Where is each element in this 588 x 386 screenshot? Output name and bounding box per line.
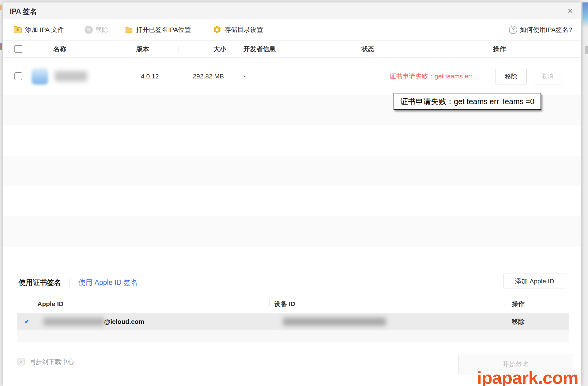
toolbar: 添加 IPA 文件 ✕ 移除 打开已签名IPA位置 存储目录设置 [3,19,581,40]
selected-check-icon: ✔ [24,318,29,325]
watermark: ipapark.com [477,367,578,386]
header-name: 名称 [25,41,130,57]
row-checkbox[interactable] [14,72,22,80]
storage-settings-button[interactable]: 存储目录设置 [213,19,263,40]
help-label: 如何使用IPA签名? [520,25,572,34]
empty-row-stripe [3,247,581,268]
empty-row-stripe [3,156,581,186]
open-signed-location-button[interactable]: 打开已签名IPA位置 [125,19,191,40]
close-button[interactable]: ✕ [565,6,576,17]
dialog-titlebar: IPA 签名 ✕ [3,2,581,19]
folder-icon [125,25,133,34]
tab-apple-id-sign[interactable]: 使用 Apple ID 签名 [78,278,138,287]
sync-checkbox[interactable]: ✔ [17,358,25,365]
ipa-table-header: 名称 版本 大小 开发者信息 状态 操作 [3,40,581,58]
status-tooltip-text: 证书申请失败：get teams err Teams =0 [400,96,534,107]
empty-row-stripe [3,125,581,156]
table-row: 4.0.12 292.82 MB - 证书申请失败：get teams err.… [3,58,581,95]
header-apple-action: 操作 [504,294,569,313]
select-all-checkbox[interactable] [14,45,22,53]
empty-row-stripe [3,186,581,216]
row-developer: - [230,58,346,95]
ipa-sign-dialog: IPA 签名 ✕ 添加 IPA 文件 ✕ 移除 [3,2,581,386]
add-apple-id-button[interactable]: 添加 Apple ID [503,274,566,289]
app-name-redacted [55,71,87,81]
device-id-redacted [283,318,386,326]
header-version: 版本 [130,41,179,57]
help-link[interactable]: ? 如何使用IPA签名? [509,19,572,40]
question-icon: ? [509,26,517,34]
sign-tabs: 使用证书签名 使用 Apple ID 签名 [19,278,138,287]
row-cancel-button[interactable]: 取消 [532,68,563,85]
apple-id-empty-stripe [17,330,569,342]
sync-option: ✔ 同步到下载中心 [17,358,74,366]
tab-certificate-sign[interactable]: 使用证书签名 [19,278,61,287]
apple-id-table: Apple ID 设备 ID 操作 ✔ @icloud.com 移除 [17,294,569,350]
apple-id-remove-link[interactable]: 移除 [512,317,525,326]
header-size: 大小 [179,41,230,57]
header-status: 状态 [346,41,479,57]
status-tooltip: 证书申请失败：get teams err Teams =0 [394,93,541,110]
apple-id-row[interactable]: ✔ @icloud.com 移除 [17,314,569,330]
add-ipa-button[interactable]: 添加 IPA 文件 [13,19,64,40]
background-edge-right-2 [585,46,588,54]
storage-settings-label: 存储目录设置 [224,25,263,34]
open-signed-location-label: 打开已签名IPA位置 [136,25,191,34]
apple-id-table-header: Apple ID 设备 ID 操作 [17,294,569,314]
remove-label: 移除 [96,25,108,34]
dialog-title: IPA 签名 [10,7,37,16]
header-device-id: 设备 ID [270,294,504,313]
gear-icon [213,25,222,34]
remove-button[interactable]: ✕ 移除 [85,19,108,40]
app-icon [32,68,48,85]
add-ipa-label: 添加 IPA 文件 [25,25,64,34]
header-action: 操作 [479,41,581,57]
row-size: 292.82 MB [179,58,230,95]
sync-label: 同步到下载中心 [29,358,74,366]
background-edge-right [582,2,588,27]
add-ipa-icon [13,25,22,34]
row-version: 4.0.12 [130,58,179,95]
background-edge-left-2 [0,43,2,50]
tab-divider [70,278,70,287]
row-remove-button[interactable]: 移除 [496,68,527,85]
header-apple-id: Apple ID [17,294,270,313]
header-developer: 开发者信息 [230,41,346,57]
remove-icon: ✕ [85,26,93,34]
background-edge-left [0,5,2,10]
close-icon: ✕ [567,7,573,15]
apple-id-redacted [43,318,104,326]
row-status-error: 证书申请失败：get teams err.... [390,72,479,81]
apple-id-suffix: @icloud.com [104,318,144,325]
empty-row-stripe [3,216,581,247]
